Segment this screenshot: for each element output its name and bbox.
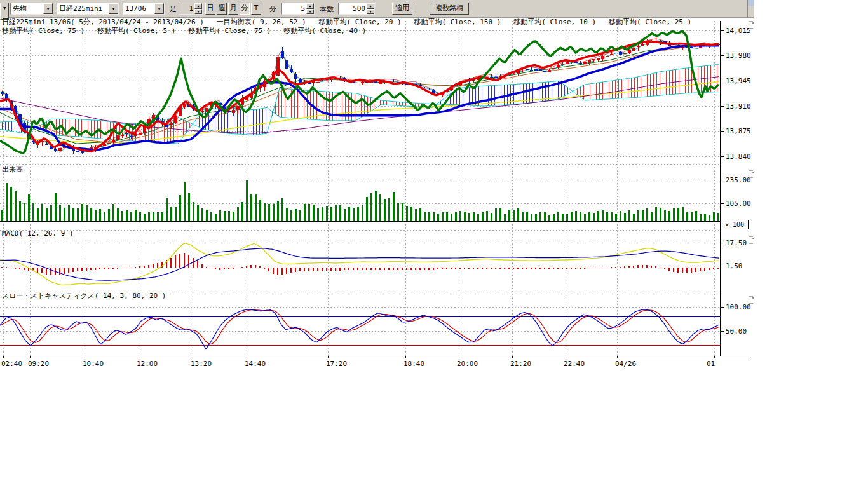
svg-text:1.50: 1.50 — [726, 262, 743, 270]
timeframe-minute-button[interactable]: 分 — [240, 3, 250, 15]
svg-text:13,875: 13,875 — [726, 127, 751, 135]
symbol-value: 日経225mini — [57, 4, 109, 13]
main-pane-scroll-handle[interactable] — [749, 21, 753, 29]
svg-text:13,980: 13,980 — [726, 51, 751, 60]
macd-pane-scroll-handle[interactable] — [749, 236, 753, 244]
svg-text:235.00: 235.00 — [726, 176, 751, 184]
period-spinner-value: 1 — [179, 3, 194, 14]
svg-text:13,840: 13,840 — [726, 152, 751, 161]
contract-month-dropdown[interactable]: 13/06 ▼ — [123, 3, 165, 15]
chart-header-line2: 移動平均( Close, 75 ) 移動平均( Close, 5 ) 移動平均(… — [2, 27, 366, 35]
multi-symbol-button[interactable]: 複数銘柄 — [430, 3, 469, 15]
spin-up-icon[interactable]: ▲ — [194, 3, 202, 9]
bar-count-label: 本数 — [320, 6, 334, 15]
timeframe-week-button[interactable]: 週 — [217, 3, 227, 15]
time-axis-labels: 02:4009:2010:4012:0013:2014:4017:2018:40… — [1, 356, 715, 368]
bar-count-spinner[interactable]: 500 ▲▼ — [338, 3, 375, 15]
svg-text:100.00: 100.00 — [726, 303, 751, 311]
spin-down-icon[interactable]: ▼ — [194, 9, 202, 15]
spin-up-icon[interactable]: ▲ — [367, 3, 374, 9]
stochastics-pane — [0, 309, 720, 349]
volume-pane-label: 出来高 — [2, 165, 23, 173]
svg-text:13:20: 13:20 — [191, 360, 212, 368]
svg-text:10:40: 10:40 — [83, 360, 104, 368]
dropdown-arrow-icon[interactable]: ▼ — [43, 3, 53, 14]
svg-text:09:20: 09:20 — [28, 360, 49, 368]
svg-text:50.00: 50.00 — [726, 327, 747, 336]
chart-toolbar: ▼ 先物 ▼ 日経225mini ▼ 13/06 ▼ 足 1 ▲▼ 日 週 月 … — [0, 0, 754, 18]
svg-text:14:40: 14:40 — [245, 360, 266, 368]
svg-text:13,945: 13,945 — [726, 77, 751, 85]
chart-header-line1: 日経225mini 13/06( 5分, 2013/04/24 - 2013/0… — [2, 18, 691, 26]
timeframe-month-button[interactable]: 月 — [228, 3, 238, 15]
svg-text:21:20: 21:20 — [510, 360, 531, 368]
spin-up-icon[interactable]: ▲ — [306, 3, 314, 9]
instrument-type-dropdown[interactable]: 先物 ▼ — [10, 3, 53, 15]
timeframe-day-button[interactable]: 日 — [205, 3, 215, 15]
period-spinner[interactable]: 1 ▲▼ — [179, 3, 203, 15]
bar-count-spinner-value: 500 — [339, 3, 367, 14]
apply-button[interactable]: 適用 — [392, 3, 412, 15]
svg-text:18:40: 18:40 — [403, 360, 424, 368]
svg-text:22:40: 22:40 — [564, 360, 585, 368]
minute-spinner-value: 5 — [282, 3, 306, 14]
gridlines — [0, 21, 720, 356]
svg-text:13,910: 13,910 — [726, 102, 751, 111]
chart-canvas: 14,01513,98013,94513,91013,87513,840235.… — [0, 17, 769, 398]
volume-multiplier-badge: × 100 — [721, 220, 749, 229]
chart-area[interactable]: 14,01513,98013,94513,91013,87513,840235.… — [0, 17, 769, 398]
spin-down-icon[interactable]: ▼ — [306, 9, 314, 15]
stoch-pane-scroll-handle[interactable] — [749, 296, 753, 304]
dropdown-arrow-icon[interactable]: ▼ — [109, 3, 118, 14]
svg-text:02:40: 02:40 — [1, 360, 22, 368]
symbol-dropdown[interactable]: 日経225mini ▼ — [57, 3, 119, 15]
svg-text:12:00: 12:00 — [137, 360, 158, 368]
svg-text:01: 01 — [707, 360, 715, 368]
timeframe-tick-button[interactable]: T — [251, 3, 261, 15]
macd-pane-label: MACD( 12, 26, 9 ) — [2, 229, 74, 238]
minute-spinner[interactable]: 5 ▲▼ — [281, 3, 315, 15]
spinner-buttons[interactable]: ▲▼ — [306, 3, 314, 14]
spinner-buttons[interactable]: ▲▼ — [367, 3, 374, 14]
minute-label: 分 — [269, 6, 276, 15]
axis-labels: 14,01513,98013,94513,91013,87513,840235.… — [720, 27, 751, 336]
spinner-buttons[interactable]: ▲▼ — [194, 3, 202, 14]
dropdown-arrow-icon[interactable]: ▼ — [154, 3, 164, 14]
svg-text:14,015: 14,015 — [726, 27, 751, 35]
trading-app-window: ▼ 先物 ▼ 日経225mini ▼ 13/06 ▼ 足 1 ▲▼ 日 週 月 … — [0, 0, 868, 488]
svg-text:17:20: 17:20 — [326, 360, 347, 368]
spin-down-icon[interactable]: ▼ — [367, 9, 374, 15]
macd-pane — [0, 243, 720, 285]
stochastics-pane-label: スロー・ストキャスティクス( 14, 3, 80, 20 ) — [2, 292, 166, 300]
thin-moving-averages — [0, 39, 719, 152]
svg-text:17.50: 17.50 — [726, 239, 747, 247]
instrument-type-value: 先物 — [11, 4, 43, 13]
volume-bars — [0, 180, 720, 221]
bar-type-label: 足 — [170, 6, 177, 15]
contract-month-value: 13/06 — [123, 4, 154, 13]
svg-text:04/26: 04/26 — [615, 360, 636, 368]
svg-text:20:00: 20:00 — [457, 360, 478, 368]
volume-pane-scroll-handle[interactable] — [749, 170, 753, 178]
svg-text:105.00: 105.00 — [726, 200, 751, 208]
toolbar-end-cap — [747, 0, 754, 17]
axes-frame — [0, 21, 752, 356]
